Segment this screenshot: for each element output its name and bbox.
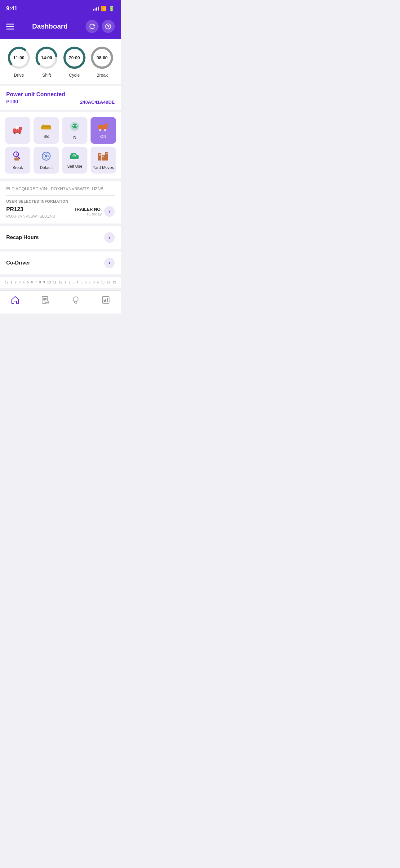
svg-rect-18 bbox=[45, 125, 51, 127]
co-driver-title: Co-Driver bbox=[6, 260, 30, 266]
status-selfuse-button[interactable]: Self Self Use bbox=[62, 147, 88, 174]
recap-hours-title: Recap Hours bbox=[6, 235, 39, 241]
tick-0: 12 bbox=[5, 281, 8, 284]
gauge-drive-circle: 11:00 bbox=[6, 45, 31, 70]
status-on-button[interactable]: ON bbox=[91, 117, 116, 144]
recap-hours-card[interactable]: Recap Hours › bbox=[0, 226, 121, 249]
status-icons: 📶 🔋 bbox=[93, 6, 115, 11]
tick-7: 7 bbox=[35, 281, 37, 284]
status-time: 9:41 bbox=[6, 5, 18, 12]
tick-3: 3 bbox=[19, 281, 21, 284]
svg-rect-58 bbox=[107, 298, 108, 302]
power-unit-card: Power unit Connected PT30 240AC41A49DE bbox=[0, 86, 121, 110]
battery-icon: 🔋 bbox=[108, 6, 115, 11]
tick-24: 12 bbox=[112, 281, 116, 284]
trailer-info: TRAILER NO. TL today bbox=[74, 207, 102, 216]
svg-rect-17 bbox=[42, 124, 45, 127]
power-unit-title: Power unit Connected bbox=[6, 91, 115, 98]
nav-certify[interactable] bbox=[66, 294, 85, 307]
nav-reports[interactable] bbox=[96, 294, 115, 307]
svg-rect-41 bbox=[102, 155, 105, 160]
status-sb-button[interactable]: SB bbox=[33, 117, 59, 144]
tick-6: 6 bbox=[31, 281, 33, 284]
svg-rect-56 bbox=[104, 300, 105, 302]
eld-vin-row: ELD ACQUIRED VIN: -POXH7VNV5SWTSLUZN8 bbox=[6, 186, 115, 195]
svg-point-54 bbox=[73, 297, 78, 302]
svg-rect-25 bbox=[104, 124, 108, 127]
status-buttons-card: SB D bbox=[0, 112, 121, 179]
nav-home[interactable] bbox=[6, 294, 25, 307]
off-icon bbox=[12, 125, 23, 136]
eld-vin-text: ELD ACQUIRED VIN: -POXH7VNV5SWTSLUZN8 bbox=[6, 186, 103, 191]
signal-icon bbox=[93, 6, 99, 10]
sb-icon bbox=[41, 122, 52, 132]
gauges-row: 11:00 Drive 14:00 Shift bbox=[5, 45, 116, 78]
shift-value: 14:00 bbox=[41, 55, 52, 60]
gauge-cycle: 70:00 Cycle bbox=[62, 45, 87, 78]
status-default-button[interactable]: Default bbox=[33, 147, 59, 174]
yardmoves-label: Yard Moves bbox=[93, 165, 114, 170]
svg-point-22 bbox=[72, 125, 74, 127]
power-unit-name: PT30 bbox=[6, 99, 18, 104]
power-unit-row: PT30 240AC41A49DE bbox=[6, 99, 115, 104]
drive-value: 11:00 bbox=[13, 55, 25, 60]
page-title: Dashboard bbox=[32, 22, 68, 30]
eld-info-card: ELD ACQUIRED VIN: -POXH7VNV5SWTSLUZN8 US… bbox=[0, 181, 121, 223]
co-driver-card[interactable]: Co-Driver › bbox=[0, 251, 121, 274]
eld-pr-number: PR123 bbox=[6, 206, 55, 213]
svg-rect-57 bbox=[105, 299, 106, 302]
power-unit-vin: 240AC41A49DE bbox=[80, 99, 115, 104]
refresh-button[interactable] bbox=[86, 20, 99, 33]
menu-button[interactable] bbox=[6, 24, 14, 30]
default-label: Default bbox=[40, 165, 53, 170]
nav-logs[interactable] bbox=[36, 294, 55, 307]
svg-point-23 bbox=[76, 125, 77, 127]
svg-rect-45 bbox=[106, 153, 108, 154]
tick-14: 2 bbox=[69, 281, 70, 284]
tick-4: 4 bbox=[23, 281, 25, 284]
status-yardmoves-button[interactable]: Yard Moves bbox=[91, 147, 116, 174]
timeline-ruler: 12 1 2 3 4 5 6 7 8 9 10 11 12 1 2 3 4 5 … bbox=[5, 281, 116, 284]
gauge-shift: 14:00 Shift bbox=[34, 45, 59, 78]
tick-11: 11 bbox=[53, 281, 57, 284]
hos-gauges-card: 11:00 Drive 14:00 Shift bbox=[0, 39, 121, 84]
eld-vin-value: -POXH7VNV5SWTSLUZN8 bbox=[49, 186, 103, 191]
eld-vin-sub: POXH7VNV5SWTSLUZN8 bbox=[6, 214, 55, 219]
bottom-nav bbox=[0, 290, 121, 314]
tick-15: 3 bbox=[72, 281, 74, 284]
tick-8: 8 bbox=[39, 281, 41, 284]
break-label: Break bbox=[12, 165, 23, 170]
status-off-button[interactable] bbox=[5, 117, 30, 144]
co-driver-chevron[interactable]: › bbox=[104, 258, 115, 268]
tick-16: 4 bbox=[76, 281, 78, 284]
svg-rect-44 bbox=[102, 156, 104, 157]
status-d-button[interactable]: D bbox=[62, 117, 88, 144]
help-button[interactable] bbox=[102, 20, 115, 33]
d-label: D bbox=[73, 135, 76, 140]
eld-left: PR123 POXH7VNV5SWTSLUZN8 bbox=[6, 206, 55, 219]
trailer-value: TL today bbox=[74, 212, 102, 216]
svg-line-30 bbox=[16, 155, 18, 155]
eld-right: TRAILER NO. TL today › bbox=[74, 206, 115, 217]
on-label: ON bbox=[100, 134, 106, 139]
eld-details-row: PR123 POXH7VNV5SWTSLUZN8 TRAILER NO. TL … bbox=[6, 206, 115, 219]
svg-rect-40 bbox=[98, 153, 101, 160]
eld-vin-label: ELD ACQUIRED VIN: bbox=[6, 186, 48, 191]
trailer-chevron-button[interactable]: › bbox=[104, 206, 115, 217]
tick-17: 5 bbox=[80, 281, 82, 284]
break-icon bbox=[12, 151, 23, 163]
default-icon bbox=[41, 151, 52, 163]
d-icon bbox=[69, 121, 80, 133]
tick-5: 5 bbox=[27, 281, 29, 284]
wifi-icon: 📶 bbox=[100, 6, 107, 11]
svg-point-32 bbox=[45, 155, 47, 157]
gauge-drive: 11:00 Drive bbox=[6, 45, 31, 78]
status-break-button[interactable]: Break bbox=[5, 147, 30, 174]
recap-hours-chevron[interactable]: › bbox=[104, 232, 115, 243]
trailer-label: TRAILER NO. bbox=[74, 207, 102, 212]
tick-21: 9 bbox=[97, 281, 99, 284]
reports-icon bbox=[101, 296, 110, 306]
tick-19: 7 bbox=[89, 281, 91, 284]
break-value: 08:00 bbox=[96, 55, 108, 60]
cycle-value: 70:00 bbox=[69, 55, 80, 60]
